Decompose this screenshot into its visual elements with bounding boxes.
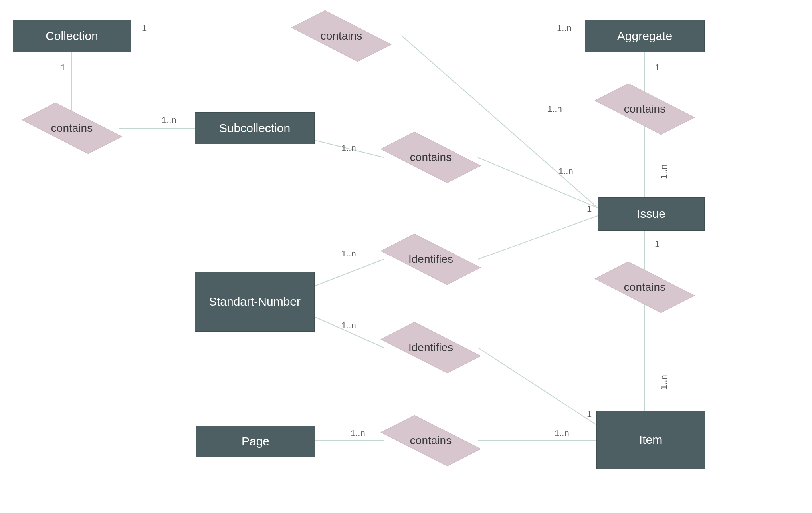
svg-line-1 (402, 36, 598, 208)
rel-label: contains (624, 103, 665, 115)
card-issue-left-from-sub: 1..n (558, 166, 573, 177)
card-aggregate-bottom: 1 (655, 62, 660, 73)
card-aggregate-left: 1..n (557, 23, 572, 34)
entity-item: Item (596, 411, 705, 469)
entity-subcollection-label: Subcollection (219, 121, 290, 135)
card-standart-top-right: 1..n (341, 249, 356, 259)
entity-standart-number-label: Standart-Number (209, 295, 301, 309)
rel-identifies-standart-issue: Identifies (384, 235, 478, 283)
rel-label: contains (624, 281, 665, 294)
card-subcollection-left: 1..n (162, 115, 176, 125)
svg-line-7 (315, 259, 384, 286)
entity-subcollection: Subcollection (195, 112, 315, 144)
entity-standart-number: Standart-Number (195, 272, 315, 332)
card-item-top-vert: 1..n (659, 375, 669, 390)
card-issue-left-from-ident: 1 (587, 204, 592, 214)
entity-collection-label: Collection (46, 29, 98, 43)
er-diagram-stage: Collection Subcollection Aggregate Issue… (0, 0, 812, 513)
card-issue-bottom: 1 (655, 239, 660, 249)
rel-label: Identifies (408, 253, 453, 266)
card-standart-bottom-right: 1..n (341, 320, 356, 331)
entity-aggregate: Aggregate (585, 20, 705, 52)
svg-line-10 (478, 348, 598, 426)
entity-item-label: Item (639, 433, 662, 447)
entity-issue-label: Issue (637, 207, 665, 221)
entity-issue: Issue (598, 197, 705, 231)
entity-page: Page (196, 426, 315, 457)
card-item-left-from-page: 1..n (555, 428, 569, 439)
rel-contains-collection-subcollection: contains (25, 104, 119, 152)
rel-label: Identifies (408, 341, 453, 354)
card-issue-top-left-diag: 1..n (547, 104, 562, 114)
rel-contains-aggregate-issue: contains (598, 85, 692, 133)
svg-line-8 (478, 216, 598, 259)
rel-label: contains (410, 151, 452, 164)
rel-label: contains (51, 122, 93, 135)
card-collection-bottom: 1 (61, 62, 65, 73)
rel-label: contains (410, 434, 452, 447)
entity-page-label: Page (242, 435, 269, 449)
rel-contains-item-page: contains (384, 417, 478, 465)
rel-contains-issue-item: contains (598, 263, 692, 311)
entity-collection: Collection (13, 20, 131, 52)
rel-identifies-standart-item: Identifies (384, 324, 478, 372)
card-subcollection-right: 1..n (341, 143, 356, 153)
svg-line-5 (478, 157, 598, 208)
card-issue-top-vert: 1..n (659, 164, 669, 179)
rel-contains-subcollection-issue: contains (384, 133, 478, 181)
rel-label: contains (321, 30, 362, 42)
card-collection-top-right: 1 (142, 23, 147, 34)
entity-aggregate-label: Aggregate (617, 29, 672, 43)
card-page-right: 1..n (351, 428, 365, 439)
rel-contains-collection-aggregate: contains (294, 12, 388, 60)
card-item-left-from-ident: 1 (587, 409, 592, 420)
